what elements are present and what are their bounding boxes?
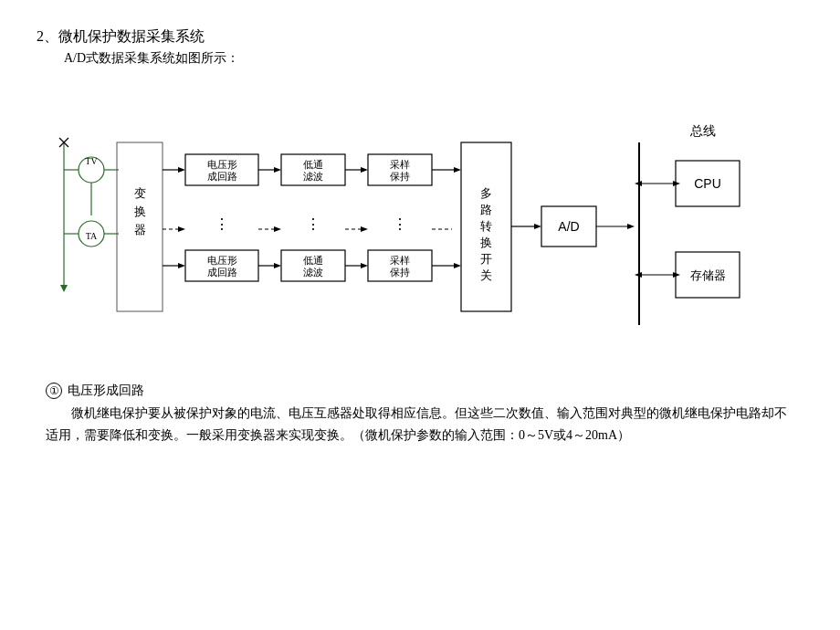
- svg-text:A/D: A/D: [558, 219, 579, 234]
- svg-text:换: 换: [134, 205, 146, 218]
- svg-text:⋮: ⋮: [306, 216, 320, 232]
- title-line1: 2、微机保护数据采集系统: [37, 27, 803, 47]
- svg-text:TA: TA: [86, 231, 98, 241]
- svg-text:存储器: 存储器: [690, 268, 726, 282]
- svg-text:器: 器: [134, 223, 146, 236]
- section-item-1: ① 电压形成回路 微机继电保护要从被保护对象的电流、电压互感器处取得相应信息。但…: [46, 383, 794, 446]
- svg-text:成回路: 成回路: [207, 267, 237, 278]
- svg-text:低通: 低通: [303, 255, 323, 266]
- svg-text:路: 路: [480, 203, 492, 216]
- svg-text:变: 变: [134, 186, 146, 200]
- svg-text:电压形: 电压形: [207, 255, 237, 266]
- svg-text:⋮: ⋮: [215, 216, 229, 232]
- svg-text:开: 开: [480, 252, 492, 266]
- svg-text:CPU: CPU: [694, 176, 721, 191]
- svg-text:低通: 低通: [303, 159, 323, 170]
- svg-text:保持: 保持: [390, 267, 410, 278]
- section-number-1: ①: [46, 383, 62, 399]
- svg-text:换: 换: [480, 236, 492, 249]
- svg-text:⋮: ⋮: [393, 216, 407, 232]
- svg-text:滤波: 滤波: [303, 267, 323, 278]
- svg-text:保持: 保持: [390, 171, 410, 182]
- text-section: ① 电压形成回路 微机继电保护要从被保护对象的电流、电压互感器处取得相应信息。但…: [37, 383, 803, 446]
- section-heading-1: 电压形成回路: [68, 383, 144, 399]
- title-section: 2、微机保护数据采集系统 A/D式数据采集系统如图所示：: [37, 27, 803, 67]
- diagram-area: TV TA 变 换 器: [37, 83, 803, 366]
- svg-text:采样: 采样: [390, 255, 410, 266]
- svg-text:滤波: 滤波: [303, 171, 323, 182]
- svg-text:采样: 采样: [390, 159, 410, 170]
- svg-text:TV: TV: [85, 156, 98, 166]
- section-body-1: 微机继电保护要从被保护对象的电流、电压互感器处取得相应信息。但这些二次数值、输入…: [46, 403, 794, 446]
- title-line2: A/D式数据采集系统如图所示：: [64, 50, 803, 67]
- svg-text:多: 多: [480, 186, 492, 200]
- svg-text:关: 关: [480, 268, 492, 282]
- svg-text:电压形: 电压形: [207, 159, 237, 170]
- svg-text:转: 转: [480, 219, 492, 233]
- svg-text:成回路: 成回路: [207, 171, 237, 182]
- section-title-1: ① 电压形成回路: [46, 383, 794, 399]
- svg-rect-0: [37, 88, 803, 362]
- svg-text:总线: 总线: [689, 124, 716, 138]
